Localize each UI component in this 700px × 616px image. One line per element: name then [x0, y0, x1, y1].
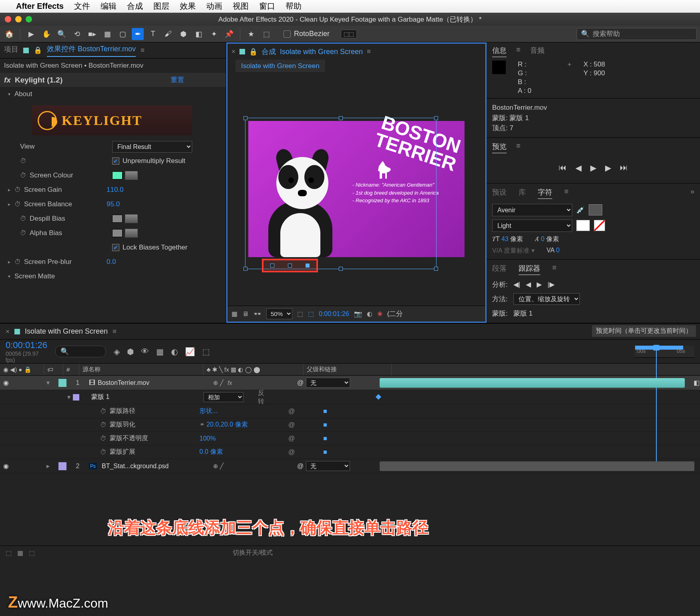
unpremult-checkbox[interactable]: ✔	[112, 157, 119, 165]
menu-comp[interactable]: 合成	[127, 1, 143, 12]
analyze-fwd-icon[interactable]: |▶	[547, 280, 554, 289]
screen-gain-value[interactable]: 110.0	[107, 186, 124, 194]
stopwatch-icon[interactable]: ⏱	[14, 186, 21, 193]
mask-colour[interactable]	[73, 394, 79, 401]
stopwatch-icon[interactable]: ⏱	[14, 201, 21, 208]
twirl-icon[interactable]: ▸	[8, 187, 10, 193]
stopwatch-icon[interactable]: ⏱	[100, 421, 107, 429]
zoom-select[interactable]: 50%	[266, 308, 292, 319]
quality-label[interactable]: (二分	[387, 309, 403, 318]
method-select[interactable]: 位置、缩放及旋转	[513, 293, 580, 305]
comp-subtab[interactable]: Isolate with Green Screen	[235, 60, 325, 72]
link-icon[interactable]: @	[280, 421, 304, 429]
eyedropper-icon[interactable]	[125, 214, 138, 223]
next-frame-icon[interactable]: ▶	[605, 163, 611, 173]
weight-select[interactable]: Light	[492, 219, 572, 232]
menu-file[interactable]: 文件	[74, 1, 90, 12]
tab-preview[interactable]: 预览	[492, 142, 507, 153]
preblur-value[interactable]: 0.0	[107, 258, 116, 266]
eraser-tool-icon[interactable]: ◧	[193, 28, 205, 40]
layer-bar[interactable]	[380, 461, 694, 471]
parent-select[interactable]: 无	[306, 461, 350, 471]
none-swatch-icon[interactable]	[594, 220, 605, 231]
motion-blur-icon[interactable]: ◐	[171, 347, 178, 356]
link-icon[interactable]: @	[280, 435, 304, 442]
brush-tool-icon[interactable]: 🖌	[162, 28, 174, 40]
panel-menu-icon[interactable]: ≡	[113, 328, 117, 336]
marker-icon[interactable]: ◧	[694, 379, 700, 387]
font-select[interactable]: Avenir	[492, 204, 572, 216]
star-icon[interactable]: ★	[245, 28, 257, 40]
twirl-icon[interactable]: ▾	[67, 393, 70, 401]
camera-tool-icon[interactable]: ■▸	[86, 28, 98, 40]
app-name[interactable]: After Effects	[16, 2, 64, 11]
timeline-tab[interactable]: Isolate with Green Screen	[25, 327, 108, 336]
eyedropper-icon[interactable]	[125, 229, 138, 238]
tab-preset[interactable]: 预设	[492, 187, 507, 199]
parent-select[interactable]: 无	[306, 378, 350, 388]
close-tab-icon[interactable]: ×	[231, 48, 235, 56]
stopwatch-icon[interactable]: ⏱	[20, 157, 26, 165]
tab-audio[interactable]: 音频	[530, 46, 545, 57]
layer-name[interactable]: BT_Stat...ckground.psd	[102, 463, 169, 470]
invert-label[interactable]: 反转	[258, 389, 270, 406]
font-size[interactable]: 𝑇T 43 像素	[492, 235, 523, 244]
fx-badge-icon[interactable]: fx	[4, 76, 11, 85]
menu-help[interactable]: 帮助	[286, 1, 302, 12]
kerning[interactable]: V/A 度量标准 ▾	[492, 247, 535, 255]
pickwhip-icon[interactable]: @	[297, 463, 304, 470]
minimize-button[interactable]	[15, 16, 22, 22]
menu-window[interactable]: 窗口	[259, 1, 275, 12]
keyframe-icon[interactable]	[376, 394, 381, 400]
keyframe-icon[interactable]	[324, 437, 327, 440]
monitor-icon[interactable]: 🖥	[242, 310, 249, 318]
alpha-swatch[interactable]	[112, 229, 123, 237]
keyframe-icon[interactable]	[324, 451, 327, 454]
time-ruler[interactable]: :00s 05s	[634, 346, 694, 358]
checkbox-icon[interactable]	[284, 30, 291, 38]
close-button[interactable]	[5, 16, 11, 22]
grid-icon[interactable]: ▦	[231, 310, 237, 318]
mask-name[interactable]: 蒙版 1	[91, 393, 109, 401]
analyze-back-icon[interactable]: ◀|	[513, 280, 520, 289]
3d-draft-icon[interactable]: ⬢	[127, 347, 134, 356]
type-tool-icon[interactable]: T	[147, 28, 159, 40]
clone-tool-icon[interactable]: ⬢	[177, 28, 189, 40]
eyedropper-icon[interactable]: 💉	[576, 206, 585, 214]
snapshot-icon[interactable]: 📷	[354, 310, 362, 318]
stopwatch-icon[interactable]: ⏱	[100, 408, 107, 415]
layer-row-1[interactable]: ◉ ▾ 1 🎞BostonTerrier.mov ⊕ ╱ fx @无 ◧	[0, 376, 700, 390]
analyze-back-step-icon[interactable]: ◀	[526, 280, 531, 289]
rect-tool-icon[interactable]: ▢	[117, 28, 129, 40]
mask-expansion-value[interactable]: 0.0 像素	[199, 448, 280, 456]
menu-effect[interactable]: 效果	[180, 1, 196, 12]
menu-layer[interactable]: 图层	[153, 1, 169, 12]
menu-anim[interactable]: 动画	[206, 1, 222, 12]
stopwatch-icon[interactable]: ⏱	[20, 229, 26, 237]
stopwatch-icon[interactable]: ⏱	[100, 449, 107, 456]
menu-view[interactable]: 视图	[233, 1, 249, 12]
reset-button[interactable]: 重置	[171, 75, 184, 85]
fill-swatch[interactable]	[589, 204, 602, 215]
colormgmt-icon[interactable]: ❀	[377, 310, 382, 318]
maximize-button[interactable]	[26, 16, 32, 22]
composition-viewer[interactable]: BOSTON TERRIER - Nickname: "American Gen…	[227, 72, 485, 306]
link-icon[interactable]: @	[280, 449, 304, 456]
label-colour[interactable]	[58, 379, 66, 387]
prev-frame-icon[interactable]: ◀	[575, 163, 581, 173]
keyframe-icon[interactable]	[324, 410, 327, 413]
lock-icon[interactable]: 🔒	[249, 48, 257, 56]
leading[interactable]: 𝐴̂ 0 像素	[535, 235, 559, 244]
panel-menu-icon[interactable]: ≡	[516, 142, 521, 153]
last-frame-icon[interactable]: ⏭	[620, 163, 628, 173]
tab-character[interactable]: 字符	[538, 187, 552, 199]
mask-mode-select[interactable]: 相加	[203, 392, 243, 402]
stopwatch-icon[interactable]: ⏱	[14, 258, 21, 266]
visibility-icon[interactable]: ◉	[3, 462, 9, 470]
canvas[interactable]: BOSTON TERRIER - Nickname: "American Gen…	[248, 121, 465, 257]
stroke-swatch[interactable]	[576, 220, 590, 231]
first-frame-icon[interactable]: ⏮	[559, 163, 567, 173]
lock-icon[interactable]: 🔒	[34, 46, 42, 54]
tab-project[interactable]: 项目	[4, 44, 18, 56]
pickwhip-icon[interactable]: @	[297, 379, 304, 387]
